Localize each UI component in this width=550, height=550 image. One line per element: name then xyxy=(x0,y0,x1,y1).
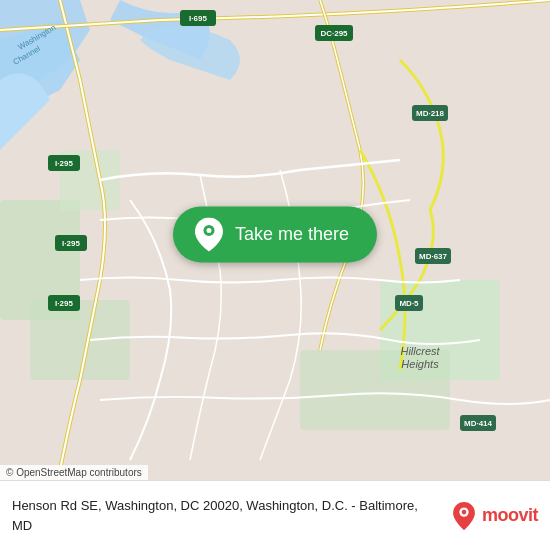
attribution-text: © OpenStreetMap contributors xyxy=(6,467,142,478)
svg-text:MD·637: MD·637 xyxy=(419,252,448,261)
take-me-there-button[interactable]: Take me there xyxy=(173,206,377,262)
svg-text:I·695: I·695 xyxy=(189,14,207,23)
moovit-logo: moovit xyxy=(450,502,538,530)
svg-text:MD·414: MD·414 xyxy=(464,419,493,428)
svg-text:Hillcrest: Hillcrest xyxy=(400,345,440,357)
take-me-there-label: Take me there xyxy=(235,224,349,245)
map-area: I·295 I·295 I·295 I·695 DC·295 MD·218 MD… xyxy=(0,0,550,480)
svg-point-31 xyxy=(462,509,467,514)
svg-text:I·295: I·295 xyxy=(55,299,73,308)
map-attribution: © OpenStreetMap contributors xyxy=(0,465,148,480)
svg-point-29 xyxy=(206,228,211,233)
svg-text:DC·295: DC·295 xyxy=(320,29,348,38)
svg-text:I·295: I·295 xyxy=(55,159,73,168)
location-pin-icon xyxy=(193,218,225,250)
svg-text:Heights: Heights xyxy=(401,358,439,370)
moovit-logo-icon xyxy=(450,502,478,530)
svg-text:I·295: I·295 xyxy=(62,239,80,248)
bottom-bar: Henson Rd SE, Washington, DC 20020, Wash… xyxy=(0,480,550,550)
moovit-brand-text: moovit xyxy=(482,505,538,526)
svg-text:MD·5: MD·5 xyxy=(399,299,419,308)
svg-text:MD·218: MD·218 xyxy=(416,109,445,118)
svg-rect-2 xyxy=(30,300,130,380)
address-text: Henson Rd SE, Washington, DC 20020, Wash… xyxy=(12,498,418,532)
address-block: Henson Rd SE, Washington, DC 20020, Wash… xyxy=(12,496,438,534)
